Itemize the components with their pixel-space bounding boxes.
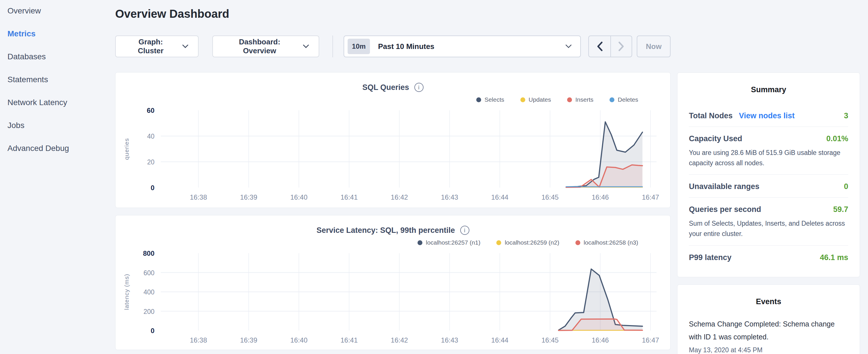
- sidebar-item-statements[interactable]: Statements: [7, 69, 115, 91]
- legend-item: Updates: [520, 96, 551, 103]
- svg-text:16:41: 16:41: [340, 193, 358, 201]
- info-icon[interactable]: [460, 226, 469, 235]
- svg-text:600: 600: [144, 269, 154, 277]
- graph-dropdown[interactable]: Graph: Cluster: [115, 35, 198, 57]
- events-title: Events: [689, 297, 848, 306]
- svg-text:16:47: 16:47: [642, 336, 659, 344]
- svg-text:16:39: 16:39: [240, 193, 257, 201]
- total-nodes-value: 3: [844, 111, 848, 120]
- svg-text:16:44: 16:44: [491, 336, 508, 344]
- legend-item: Inserts: [567, 96, 593, 103]
- legend-dot-icon: [520, 97, 525, 102]
- unavailable-ranges-label: Unavailable ranges: [689, 182, 760, 191]
- chevron-left-icon: [597, 41, 603, 51]
- legend-label: Deletes: [618, 96, 638, 103]
- svg-text:16:38: 16:38: [190, 336, 207, 344]
- svg-text:16:41: 16:41: [340, 336, 358, 344]
- svg-text:16:40: 16:40: [290, 336, 308, 344]
- legend-label: Inserts: [576, 96, 593, 103]
- svg-text:16:47: 16:47: [642, 193, 659, 201]
- chart-title-row: SQL Queries: [116, 72, 670, 93]
- legend-dot-icon: [417, 240, 423, 245]
- legend-dot-icon: [567, 97, 572, 102]
- graph-dropdown-label: Graph: Cluster: [125, 37, 176, 55]
- service-latency-plot: 16:3816:3916:4016:4116:4216:4316:4416:45…: [116, 247, 671, 346]
- svg-text:queries: queries: [123, 138, 130, 160]
- sidebar: OverviewMetricsDatabasesStatementsNetwor…: [0, 0, 115, 160]
- capacity-used-value: 0.01%: [826, 134, 848, 143]
- legend-item: localhost:26259 (n2): [496, 239, 559, 246]
- next-time-button[interactable]: [610, 36, 632, 57]
- legend-item: localhost:26257 (n1): [417, 239, 480, 246]
- svg-text:16:43: 16:43: [441, 336, 458, 344]
- event-timestamp: May 13, 2020 at 4:45 PM: [689, 346, 848, 354]
- chart-title: Service Latency: SQL, 99th percentile: [316, 226, 455, 235]
- svg-text:16:43: 16:43: [441, 193, 458, 201]
- toolbar-divider: [333, 35, 333, 57]
- svg-text:400: 400: [144, 288, 154, 296]
- now-button[interactable]: Now: [637, 35, 671, 57]
- legend-dot-icon: [476, 97, 481, 102]
- legend-item: Selects: [476, 96, 504, 103]
- legend-label: Selects: [485, 96, 504, 103]
- svg-text:0: 0: [151, 184, 154, 192]
- legend-label: localhost:26257 (n1): [426, 239, 480, 246]
- svg-text:16:42: 16:42: [391, 336, 408, 344]
- chart-title-row: Service Latency: SQL, 99th percentile: [116, 215, 670, 235]
- events-panel: Events Schema Change Completed: Schema c…: [677, 284, 860, 354]
- svg-text:16:46: 16:46: [592, 336, 609, 344]
- sidebar-item-advanced-debug[interactable]: Advanced Debug: [7, 137, 115, 159]
- sidebar-item-metrics[interactable]: Metrics: [7, 23, 115, 45]
- svg-text:16:39: 16:39: [240, 336, 257, 344]
- total-nodes-label: Total Nodes: [689, 111, 733, 120]
- sql-queries-plot: 16:3816:3916:4016:4116:4216:4316:4416:45…: [116, 104, 671, 203]
- sidebar-item-overview[interactable]: Overview: [7, 0, 115, 22]
- summary-row-capacity-used: Capacity Used 0.01% You are using 28.6 M…: [689, 127, 848, 174]
- chart-title: SQL Queries: [362, 83, 409, 92]
- summary-row-p99-latency: P99 latency 46.1 ms: [689, 246, 848, 268]
- chevron-down-icon: [565, 44, 572, 49]
- queries-per-second-value: 59.7: [833, 205, 848, 214]
- capacity-used-label: Capacity Used: [689, 134, 742, 143]
- p99-latency-value: 46.1 ms: [820, 253, 848, 262]
- event-text: Schema Change Completed: Schema change w…: [689, 318, 848, 344]
- svg-text:16:40: 16:40: [290, 193, 308, 201]
- svg-text:40: 40: [147, 133, 154, 140]
- summary-title: Summary: [689, 85, 848, 94]
- svg-text:200: 200: [144, 308, 154, 315]
- dashboard-dropdown-label: Dashboard: Overview: [223, 37, 297, 55]
- dashboard-dropdown[interactable]: Dashboard: Overview: [212, 35, 319, 57]
- page-title: Overview Dashboard: [115, 7, 671, 21]
- chevron-right-icon: [618, 41, 624, 51]
- svg-text:16:44: 16:44: [491, 193, 508, 201]
- sidebar-item-jobs[interactable]: Jobs: [7, 115, 115, 136]
- chart-legend: SelectsUpdatesInsertsDeletes: [116, 96, 638, 103]
- time-range-badge: 10m: [348, 39, 370, 54]
- event-item: Schema Change Completed: Schema change w…: [689, 318, 848, 354]
- prev-time-button[interactable]: [589, 36, 610, 57]
- legend-label: localhost:26258 (n3): [584, 239, 638, 246]
- time-range-label: Past 10 Minutes: [378, 42, 565, 51]
- view-nodes-list-link[interactable]: View nodes list: [739, 111, 795, 120]
- summary-row-unavailable-ranges: Unavailable ranges 0: [689, 175, 848, 197]
- legend-label: localhost:26259 (n2): [505, 239, 559, 246]
- legend-dot-icon: [496, 240, 501, 245]
- sidebar-item-databases[interactable]: Databases: [7, 46, 115, 68]
- svg-text:latency (ms): latency (ms): [123, 274, 130, 310]
- app-root: OverviewMetricsDatabasesStatementsNetwor…: [0, 0, 868, 354]
- time-range-picker[interactable]: 10m Past 10 Minutes: [344, 35, 581, 57]
- time-pager: [588, 35, 632, 57]
- chart-legend: localhost:26257 (n1)localhost:26259 (n2)…: [116, 239, 638, 246]
- info-icon[interactable]: [414, 83, 424, 92]
- sidebar-item-network-latency[interactable]: Network Latency: [7, 92, 115, 114]
- svg-text:0: 0: [151, 327, 154, 334]
- svg-text:16:45: 16:45: [541, 193, 559, 201]
- svg-text:16:46: 16:46: [592, 193, 609, 201]
- summary-panel: Summary Total Nodes View nodes list 3 Ca…: [677, 72, 860, 277]
- legend-item: Deletes: [610, 96, 638, 103]
- chevron-down-icon: [303, 44, 309, 49]
- p99-latency-label: P99 latency: [689, 253, 732, 262]
- chevron-down-icon: [182, 44, 188, 49]
- svg-text:16:45: 16:45: [541, 336, 559, 344]
- summary-row-queries-per-second: Queries per second 59.7 Sum of Selects, …: [689, 198, 848, 245]
